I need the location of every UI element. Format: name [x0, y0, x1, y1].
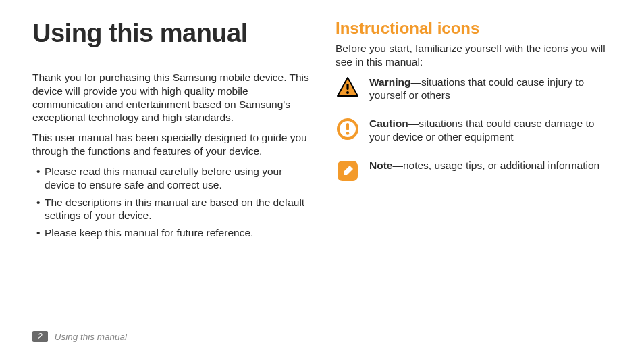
list-item: Please keep this manual for future refer…	[36, 226, 311, 240]
note-pencil-icon	[336, 159, 360, 183]
icon-definition-warning: Warning—situations that could cause inju…	[336, 76, 614, 103]
list-item: Please read this manual carefully before…	[36, 165, 311, 192]
intro-paragraph-1: Thank you for purchasing this Samsung mo…	[32, 71, 311, 124]
icon-text: Warning—situations that could cause inju…	[369, 76, 614, 103]
footer-running-title: Using this manual	[55, 332, 127, 342]
icon-definition-note: Note—notes, usage tips, or additional in…	[336, 159, 614, 183]
icons-intro: Before you start, familiarize yourself w…	[336, 42, 614, 69]
icon-definition-caution: Caution—situations that could cause dama…	[336, 117, 614, 144]
icon-text: Caution—situations that could cause dama…	[369, 117, 614, 144]
intro-paragraph-2: This user manual has been specially desi…	[32, 131, 311, 158]
svg-point-1	[346, 91, 349, 94]
list-item: The descriptions in this manual are base…	[36, 196, 311, 223]
icon-label: Warning	[369, 76, 410, 88]
svg-rect-3	[346, 123, 349, 130]
page-title: Using this manual	[32, 19, 311, 48]
icon-label: Note	[369, 159, 392, 171]
left-column: Using this manual Thank you for purchasi…	[32, 19, 311, 306]
section-heading-instructional-icons: Instructional icons	[336, 19, 614, 38]
icon-text: Note—notes, usage tips, or additional in…	[369, 159, 599, 172]
svg-rect-0	[346, 84, 348, 90]
icon-label: Caution	[369, 118, 408, 129]
warning-triangle-icon	[336, 76, 360, 100]
caution-circle-icon	[336, 117, 360, 141]
bullet-list: Please read this manual carefully before…	[32, 165, 311, 240]
page-number: 2	[32, 331, 48, 342]
right-column: Instructional icons Before you start, fa…	[336, 19, 614, 306]
icon-desc: —notes, usage tips, or additional inform…	[392, 159, 599, 171]
page-footer: 2 Using this manual	[32, 328, 614, 342]
svg-point-4	[346, 132, 350, 136]
